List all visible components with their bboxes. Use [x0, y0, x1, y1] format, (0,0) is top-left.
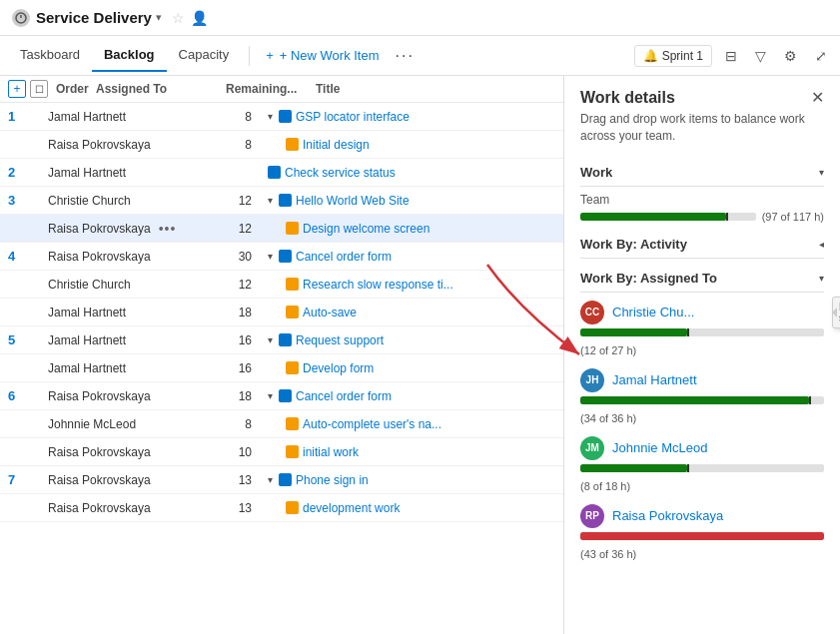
filter-icon[interactable]: ▽ — [750, 45, 771, 67]
col-remaining: Remaining... — [226, 82, 316, 96]
panel-header: Work details ✕ — [580, 88, 824, 107]
table-row[interactable]: Christie Church 12 Research slow respons… — [0, 271, 563, 299]
table-row[interactable]: 2 Jamal Hartnett Check service status — [0, 159, 563, 187]
person-name[interactable]: Christie Chu... — [612, 305, 694, 319]
collapse-icon[interactable]: ▾ — [268, 474, 273, 485]
feature-icon — [279, 473, 292, 486]
work-section-arrow: ▾ — [819, 167, 824, 178]
person-item: JH Jamal Hartnett (34 of 36 h) — [580, 368, 824, 424]
sprint-selector[interactable]: 🔔 Sprint 1 — [634, 45, 712, 67]
cell-assigned: Raisa Pokrovskaya — [48, 445, 178, 459]
check-all-button[interactable]: ☐ — [30, 80, 48, 98]
work-item-link[interactable]: initial work — [303, 445, 359, 459]
table-row[interactable]: Raisa Pokrovskaya 10 initial work — [0, 438, 563, 466]
work-item-link[interactable]: Design welcome screen — [303, 222, 429, 236]
panel-title: Work details — [580, 89, 675, 107]
work-item-link[interactable]: GSP locator interface — [296, 110, 410, 124]
feature-icon — [279, 194, 292, 207]
cell-title: Check service status — [268, 166, 555, 180]
story-icon — [286, 445, 299, 458]
person-bar-fill — [580, 396, 809, 404]
work-item-link[interactable]: development work — [303, 501, 400, 515]
cell-remaining: 16 — [178, 333, 268, 347]
collapse-icon[interactable]: ▾ — [268, 334, 273, 345]
collapse-icon[interactable]: ▾ — [268, 390, 273, 401]
tab-capacity[interactable]: Capacity — [167, 39, 242, 72]
table-row[interactable]: Jamal Hartnett 16 Develop form — [0, 354, 563, 382]
cell-title: Research slow response ti... — [268, 278, 555, 292]
favorite-icon[interactable]: ☆ — [172, 10, 185, 26]
table-row[interactable]: 6 Raisa Pokrovskaya 18 ▾ Cancel order fo… — [0, 382, 563, 410]
settings-sliders-icon[interactable]: ⊟ — [720, 45, 742, 67]
work-item-link[interactable]: Cancel order form — [296, 250, 392, 264]
close-panel-button[interactable]: ✕ — [811, 88, 824, 107]
dropdown-arrow-icon[interactable]: ▾ — [156, 11, 162, 24]
person-hours: (8 of 18 h) — [580, 480, 824, 492]
cell-remaining: 8 — [178, 138, 268, 152]
work-item-link[interactable]: Request support — [296, 333, 384, 347]
table-row[interactable]: 7 Raisa Pokrovskaya 13 ▾ Phone sign in — [0, 466, 563, 494]
collapse-icon[interactable]: ▾ — [268, 111, 273, 122]
cell-order: 3 — [8, 193, 48, 208]
cell-remaining: 18 — [178, 389, 268, 403]
collapse-icon[interactable]: ▾ — [268, 251, 273, 262]
cell-order: 1 — [8, 109, 48, 124]
table-row[interactable]: Raisa Pokrovskaya••• 12 Design welcome s… — [0, 215, 563, 243]
gear-icon[interactable]: ⚙ — [779, 45, 802, 67]
feature-icon — [279, 250, 292, 263]
work-item-link[interactable]: Hello World Web Site — [296, 194, 410, 208]
tab-taskboard[interactable]: Taskboard — [8, 39, 92, 72]
new-work-item-button[interactable]: + + New Work Item — [258, 44, 387, 67]
table-header: + ☐ Order Assigned To Remaining... Title — [0, 76, 563, 103]
table-row[interactable]: Johnnie McLeod 8 Auto-complete user's na… — [0, 410, 563, 438]
team-icon[interactable]: 👤 — [191, 10, 208, 26]
person-item: RP Raisa Pokrovskaya (43 of 36 h) — [580, 504, 824, 560]
work-item-link[interactable]: Cancel order form — [296, 389, 392, 403]
person-hours: (34 of 36 h) — [580, 412, 824, 424]
cell-remaining: 12 — [178, 222, 268, 236]
table-body: 1 Jamal Hartnett 8 ▾ GSP locator interfa… — [0, 103, 563, 522]
table-row[interactable]: Raisa Pokrovskaya 13 development work — [0, 494, 563, 522]
work-item-link[interactable]: Auto-complete user's na... — [303, 417, 441, 431]
table-row[interactable]: Raisa Pokrovskaya 8 Initial design — [0, 131, 563, 159]
expand-icon[interactable]: ⤢ — [810, 45, 832, 67]
table-row[interactable]: 3 Christie Church 12 ▾ Hello World Web S… — [0, 187, 563, 215]
table-row[interactable]: 5 Jamal Hartnett 16 ▾ Request support — [0, 326, 563, 354]
work-section-header[interactable]: Work ▾ — [580, 159, 824, 187]
work-item-link[interactable]: Phone sign in — [296, 473, 369, 487]
person-name[interactable]: Raisa Pokrovskaya — [612, 508, 723, 523]
work-item-link[interactable]: Initial design — [303, 138, 370, 152]
person-bar-container — [580, 396, 824, 404]
tab-backlog[interactable]: Backlog — [92, 39, 167, 72]
collapse-icon[interactable]: ▾ — [268, 195, 273, 206]
work-item-link[interactable]: Develop form — [303, 361, 374, 375]
person-hours: (12 of 27 h) — [580, 344, 824, 356]
table-row[interactable]: 4 Raisa Pokrovskaya 30 ▾ Cancel order fo… — [0, 243, 563, 271]
story-icon — [286, 306, 299, 318]
work-by-assigned-header[interactable]: Work By: Assigned To ▾ — [580, 265, 824, 293]
work-item-link[interactable]: Check service status — [285, 166, 396, 180]
team-bar-tick — [726, 213, 728, 221]
person-row: CC Christie Chu... Design welcome screen — [580, 301, 824, 324]
work-by-activity-header[interactable]: Work By: Activity ◂ — [580, 231, 824, 259]
person-name[interactable]: Johnnie McLeod — [612, 440, 707, 455]
story-icon — [286, 501, 299, 514]
add-row-button[interactable]: + — [8, 80, 26, 98]
person-bar-fill — [580, 464, 687, 472]
more-options-button[interactable]: ··· — [388, 43, 422, 69]
table-row[interactable]: 1 Jamal Hartnett 8 ▾ GSP locator interfa… — [0, 103, 563, 131]
story-icon — [286, 222, 299, 235]
person-name[interactable]: Jamal Hartnett — [612, 372, 697, 387]
row-more-button[interactable]: ••• — [159, 221, 177, 237]
work-by-assigned-title: Work By: Assigned To — [580, 271, 717, 286]
table-row[interactable]: Jamal Hartnett 18 Auto-save — [0, 299, 563, 326]
story-icon — [286, 278, 299, 291]
panel-subtitle: Drag and drop work items to balance work… — [580, 111, 824, 145]
work-item-link[interactable]: Auto-save — [303, 306, 357, 319]
col-assigned: Assigned To — [96, 82, 226, 96]
team-bar-count: (97 of 117 h) — [762, 211, 824, 223]
work-item-link[interactable]: Research slow response ti... — [303, 278, 453, 292]
cell-assigned: Jamal Hartnett — [48, 361, 178, 375]
avatar: RP — [580, 504, 604, 528]
people-list: CC Christie Chu... Design welcome screen… — [580, 301, 824, 560]
